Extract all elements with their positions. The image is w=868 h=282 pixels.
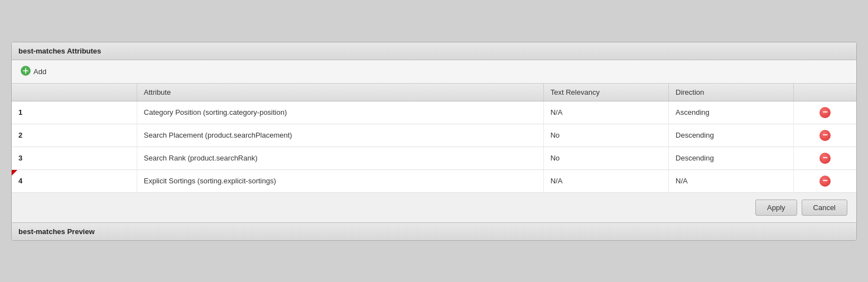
row-attribute-cell: Search Rank (product.searchRank) xyxy=(137,147,543,169)
row-attribute-cell: Explicit Sortings (sorting.explicit-sort… xyxy=(137,169,543,192)
table-header: Attribute Text Relevancy Direction xyxy=(12,84,856,101)
row-num-cell: 2 xyxy=(12,124,137,147)
col-header-direction: Direction xyxy=(669,84,794,101)
row-num-cell: 4 xyxy=(12,169,137,192)
add-button[interactable]: Add xyxy=(18,65,49,79)
row-attribute-cell: Search Placement (product.searchPlacemen… xyxy=(137,124,543,147)
row-relevancy-cell: N/A xyxy=(543,101,668,124)
panel-title: best-matches Attributes xyxy=(12,42,856,60)
toolbar: Add xyxy=(12,60,856,84)
row-direction-cell: Descending xyxy=(669,124,794,147)
remove-row-button[interactable] xyxy=(819,130,831,141)
apply-button[interactable]: Apply xyxy=(755,200,797,216)
attributes-table: Attribute Text Relevancy Direction 1Cate… xyxy=(12,84,856,193)
row-action-cell xyxy=(794,101,856,124)
table-row: 2Search Placement (product.searchPlaceme… xyxy=(12,124,856,147)
table-row: 3Search Rank (product.searchRank)NoDesce… xyxy=(12,147,856,169)
remove-row-button[interactable] xyxy=(819,107,831,118)
table-body: 1Category Position (sorting.category-pos… xyxy=(12,101,856,192)
main-panel: best-matches Attributes Add Attribute Te… xyxy=(11,42,857,241)
col-header-action xyxy=(794,84,856,101)
row-relevancy-cell: No xyxy=(543,124,668,147)
row-direction-cell: Descending xyxy=(669,147,794,169)
table-row: 1Category Position (sorting.category-pos… xyxy=(12,101,856,124)
col-header-relevancy: Text Relevancy xyxy=(543,84,668,101)
table-row: 4Explicit Sortings (sorting.explicit-sor… xyxy=(12,169,856,192)
svg-rect-2 xyxy=(25,68,26,74)
preview-title: best-matches Preview xyxy=(12,222,856,240)
red-corner-indicator xyxy=(12,170,17,176)
row-num-cell: 1 xyxy=(12,101,137,124)
row-relevancy-cell: N/A xyxy=(543,169,668,192)
row-direction-cell: Ascending xyxy=(669,101,794,124)
row-action-cell xyxy=(794,124,856,147)
remove-row-button[interactable] xyxy=(819,176,831,187)
row-action-cell xyxy=(794,147,856,169)
row-relevancy-cell: No xyxy=(543,147,668,169)
remove-row-button[interactable] xyxy=(819,153,831,164)
row-action-cell xyxy=(794,169,856,192)
footer-buttons: Apply Cancel xyxy=(12,193,856,222)
add-label: Add xyxy=(33,67,46,76)
row-num-cell: 3 xyxy=(12,147,137,169)
add-icon xyxy=(21,66,31,77)
cancel-button[interactable]: Cancel xyxy=(802,200,847,216)
col-header-attribute: Attribute xyxy=(137,84,543,101)
row-attribute-cell: Category Position (sorting.category-posi… xyxy=(137,101,543,124)
row-direction-cell: N/A xyxy=(669,169,794,192)
col-header-num xyxy=(12,84,137,101)
